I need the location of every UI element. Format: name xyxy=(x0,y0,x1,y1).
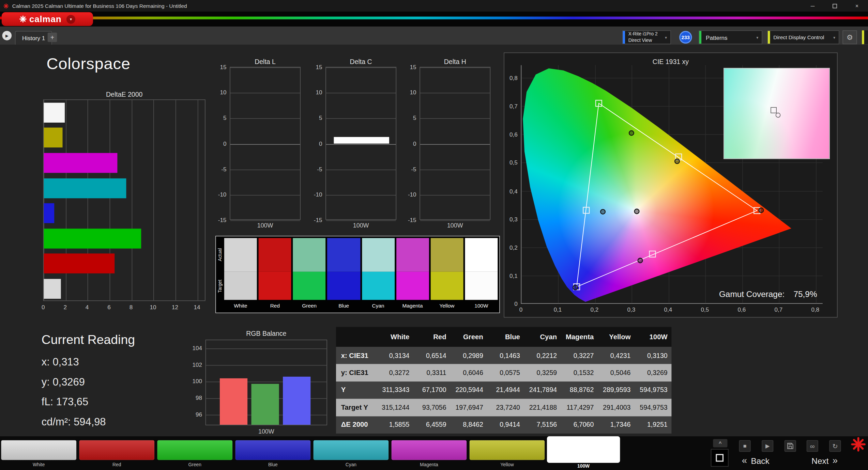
rainbow-strip xyxy=(0,17,868,19)
table-cell: 0,0575 xyxy=(487,364,524,381)
delta-c-y-axis: 151050-5-10-15 xyxy=(310,67,323,220)
display-control-dropdown[interactable]: Direct Display Control ▼ xyxy=(767,30,839,44)
swatch-column-white: White xyxy=(224,238,257,311)
patterns-accent-bar xyxy=(699,31,701,44)
expand-panel-button[interactable]: ^ xyxy=(713,439,727,447)
axis-tick-label: -15 xyxy=(408,217,416,223)
table-cell: 67,1700 xyxy=(413,381,450,399)
actual-swatch xyxy=(293,238,326,272)
target-swatch xyxy=(224,272,257,300)
play-icon: ▶ xyxy=(765,443,770,449)
axis-tick-label: 0,6 xyxy=(737,306,746,312)
axis-tick-label: 0,7 xyxy=(774,306,782,312)
table-cell: 291,4003 xyxy=(598,399,635,416)
swatch-color xyxy=(235,440,310,460)
actual-target-swatch-panel: Actual Target WhiteRedGreenBlueCyanMagen… xyxy=(215,236,500,313)
measured-point-marker xyxy=(675,159,680,164)
axis-tick-label: 0,8 xyxy=(811,306,819,312)
swatch-label: 100W xyxy=(577,464,590,469)
play-button[interactable]: ▶ xyxy=(762,440,773,452)
actual-swatch xyxy=(224,238,257,272)
bottom-control-bar: WhiteRedGreenBlueCyanMagentaYellow100W ^… xyxy=(0,436,868,470)
meter-dropdown[interactable]: X-Rite i1Pro 2 Direct View ▼ xyxy=(622,30,671,44)
swatch-label: Cyan xyxy=(346,462,356,467)
chevron-up-icon: ^ xyxy=(719,440,722,446)
swatch-color xyxy=(313,440,389,460)
table-cell: 23,7240 xyxy=(487,399,524,416)
stop-button[interactable]: ■ xyxy=(739,440,751,452)
swatch-color xyxy=(1,440,76,460)
logo-menu-button[interactable]: ▼ xyxy=(66,15,75,24)
pattern-swatch-white[interactable]: White xyxy=(1,439,76,469)
gear-icon: ⚙ xyxy=(847,33,853,41)
maximize-button[interactable] xyxy=(824,0,846,12)
deltae-bar-cyan xyxy=(44,178,126,198)
history-expander-button[interactable]: ▶ xyxy=(2,31,12,41)
next-button[interactable]: Next » xyxy=(811,455,838,467)
meter-accent-bar xyxy=(623,31,625,44)
pattern-swatch-green[interactable]: Green xyxy=(157,439,232,469)
tab-history-1[interactable]: History 1 xyxy=(15,31,52,45)
deltae-bar-100w xyxy=(44,103,65,122)
pattern-swatch-yellow[interactable]: Yellow xyxy=(469,439,545,469)
target-swatch xyxy=(396,272,429,300)
row-label: x: CIE31 xyxy=(336,347,377,364)
rgb-balance-title: RGB Balance xyxy=(205,330,327,338)
pattern-swatch-100w[interactable]: 100W xyxy=(548,439,620,469)
settings-button[interactable]: ⚙ xyxy=(842,30,857,44)
add-tab-button[interactable]: + xyxy=(48,33,57,42)
pattern-window-button[interactable] xyxy=(711,449,729,467)
axis-tick-label: 0 xyxy=(413,140,416,146)
table-cell: 221,4188 xyxy=(524,399,561,416)
pattern-swatch-magenta[interactable]: Magenta xyxy=(391,439,467,469)
maximize-icon xyxy=(833,4,837,8)
gamut-coverage-value: 75,9% xyxy=(794,289,817,299)
reading-fl: fL: 173,65 xyxy=(42,396,135,408)
axis-tick-label: 0,8 xyxy=(509,75,518,81)
refresh-button[interactable]: ↻ xyxy=(829,440,841,452)
axis-tick-label: 0 xyxy=(514,300,517,307)
chevron-down-icon: ▼ xyxy=(664,36,668,39)
axis-tick-label: 102 xyxy=(192,361,202,368)
axis-tick-label: 5 xyxy=(413,114,416,121)
axis-tick-label: -5 xyxy=(317,166,322,172)
row-label: y: CIE31 xyxy=(336,364,377,381)
axis-tick-label: 10 xyxy=(150,304,156,310)
axis-tick-label: 5 xyxy=(223,114,226,121)
pattern-swatch-cyan[interactable]: Cyan xyxy=(313,439,389,469)
gridline xyxy=(230,67,300,68)
pattern-swatch-red[interactable]: Red xyxy=(79,439,154,469)
gridline xyxy=(420,220,490,221)
continuous-read-button[interactable]: ∞ xyxy=(807,440,818,452)
gridline xyxy=(420,195,490,195)
rgb-balance-y-axis: 1041021009896 xyxy=(189,340,203,425)
table-cell: 0,3311 xyxy=(413,364,450,381)
column-header: Magenta xyxy=(561,327,597,347)
column-header: Blue xyxy=(487,327,524,347)
refresh-icon: ↻ xyxy=(832,442,838,450)
calman-asterisk-icon xyxy=(19,15,27,22)
pattern-swatch-blue[interactable]: Blue xyxy=(235,439,310,469)
gridline xyxy=(154,100,154,301)
gridline xyxy=(420,119,490,119)
axis-tick-label: 0,2 xyxy=(591,306,599,312)
swatch-label: 100W xyxy=(465,300,498,311)
table-cell: 6,7060 xyxy=(561,416,597,434)
table-cell: 315,1244 xyxy=(377,399,413,416)
swatch-color xyxy=(79,440,154,460)
minimize-button[interactable]: ─ xyxy=(802,0,824,12)
axis-tick-label: 0,6 xyxy=(509,131,518,138)
patterns-dropdown[interactable]: Patterns ▼ xyxy=(699,30,762,44)
reading-cdm2: cd/m²: 594,98 xyxy=(42,416,135,428)
close-button[interactable]: × xyxy=(846,0,868,12)
measured-point-marker xyxy=(600,209,605,214)
meter-name: X-Rite i1Pro 2 xyxy=(628,31,658,37)
back-button[interactable]: « Back xyxy=(742,455,770,467)
axis-tick-label: -10 xyxy=(218,191,227,198)
calman-logo-menu[interactable]: calman ▼ xyxy=(2,12,93,26)
save-button[interactable] xyxy=(785,440,796,452)
delta-l-title: Delta L xyxy=(230,58,301,66)
axis-tick-label: -10 xyxy=(314,191,322,198)
axis-tick-label: 15 xyxy=(410,63,416,70)
delta-c-title: Delta C xyxy=(325,58,396,66)
